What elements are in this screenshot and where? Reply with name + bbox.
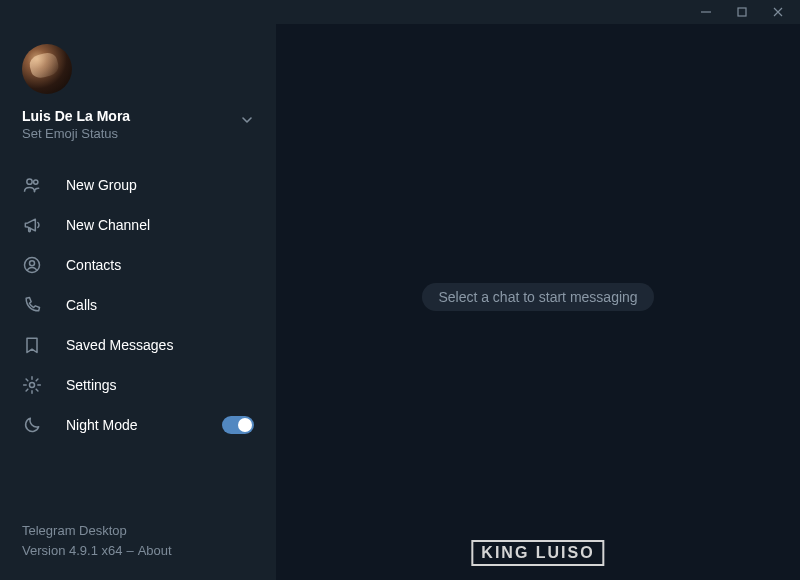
contacts-icon — [22, 255, 42, 275]
bookmark-icon — [22, 335, 42, 355]
about-link[interactable]: About — [138, 541, 172, 561]
gear-icon — [22, 375, 42, 395]
phone-icon — [22, 295, 42, 315]
username: Luis De La Mora — [22, 108, 254, 124]
version: Version 4.9.1 x64 — [22, 541, 122, 561]
chevron-down-icon[interactable] — [240, 113, 254, 131]
menu-item-calls[interactable]: Calls — [0, 285, 276, 325]
watermark: KING LUISO — [471, 540, 604, 566]
megaphone-icon — [22, 215, 42, 235]
minimize-button[interactable] — [688, 0, 724, 24]
menu-label: New Group — [66, 177, 254, 193]
titlebar — [0, 0, 800, 24]
night-mode-toggle[interactable] — [222, 416, 254, 434]
emoji-status[interactable]: Set Emoji Status — [22, 126, 254, 141]
profile-section[interactable]: Luis De La Mora Set Emoji Status — [0, 24, 276, 151]
menu-item-night-mode[interactable]: Night Mode — [0, 405, 276, 445]
menu-item-new-channel[interactable]: New Channel — [0, 205, 276, 245]
main-panel: Select a chat to start messaging KING LU… — [276, 24, 800, 580]
menu-label: New Channel — [66, 217, 254, 233]
sidebar: Luis De La Mora Set Emoji Status New Gro… — [0, 24, 276, 580]
svg-point-5 — [30, 383, 35, 388]
svg-rect-0 — [738, 8, 746, 16]
svg-point-4 — [30, 261, 35, 266]
menu-item-contacts[interactable]: Contacts — [0, 245, 276, 285]
footer: Telegram Desktop Version 4.9.1 x64 – Abo… — [0, 521, 276, 580]
menu-label: Contacts — [66, 257, 254, 273]
close-button[interactable] — [760, 0, 796, 24]
separator: – — [126, 541, 133, 561]
menu-label: Calls — [66, 297, 254, 313]
menu-item-saved-messages[interactable]: Saved Messages — [0, 325, 276, 365]
menu-label: Night Mode — [66, 417, 198, 433]
new-group-icon — [22, 175, 42, 195]
avatar[interactable] — [22, 44, 72, 94]
menu-label: Settings — [66, 377, 254, 393]
svg-point-1 — [27, 179, 32, 184]
menu-label: Saved Messages — [66, 337, 254, 353]
menu: New Group New Channel Contacts — [0, 151, 276, 445]
svg-point-2 — [34, 180, 38, 184]
empty-chat-placeholder: Select a chat to start messaging — [422, 283, 653, 311]
app-name: Telegram Desktop — [22, 521, 254, 541]
moon-icon — [22, 415, 42, 435]
menu-item-new-group[interactable]: New Group — [0, 165, 276, 205]
menu-item-settings[interactable]: Settings — [0, 365, 276, 405]
maximize-button[interactable] — [724, 0, 760, 24]
